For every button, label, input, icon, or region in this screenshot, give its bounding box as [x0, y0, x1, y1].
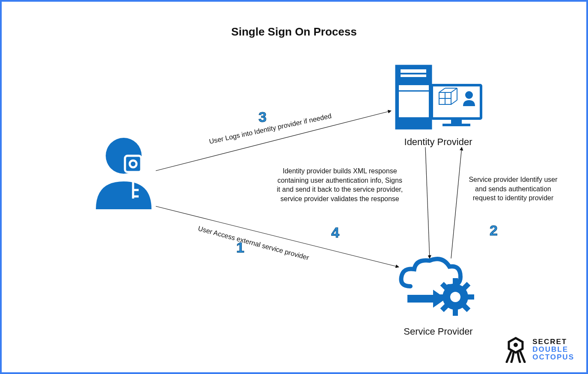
svg-rect-34 [467, 294, 474, 300]
brand-logo-text: SECRET DOUBLE OCTOPUS [532, 338, 574, 361]
svg-rect-12 [401, 74, 426, 77]
svg-point-26 [465, 91, 473, 99]
svg-line-2 [451, 147, 462, 258]
service-provider-cloud-icon [395, 256, 481, 325]
svg-rect-5 [125, 156, 141, 172]
step-4-number: 4 [331, 224, 339, 241]
svg-rect-27 [407, 295, 433, 303]
brand-logo: SECRET DOUBLE OCTOPUS [504, 336, 574, 363]
identity-provider-server-icon [391, 62, 485, 134]
svg-point-40 [514, 343, 518, 347]
svg-rect-33 [437, 294, 443, 300]
step-2-text: Service provider Identify user and sends… [466, 175, 560, 203]
brand-logo-line-3: OCTOPUS [532, 353, 574, 361]
step-2-number: 2 [490, 222, 498, 239]
brand-logo-line-1: SECRET [532, 338, 574, 346]
svg-rect-31 [453, 278, 458, 285]
identity-provider-label: Identity Provider [391, 137, 485, 148]
user-key-icon [87, 134, 160, 211]
step-3-number: 3 [258, 109, 267, 125]
svg-rect-32 [453, 309, 458, 316]
octopus-icon [504, 336, 527, 363]
step-4-text: Identity provider builds XML response co… [276, 166, 404, 203]
svg-rect-16 [451, 119, 462, 124]
svg-rect-17 [442, 124, 470, 126]
svg-line-3 [425, 147, 430, 258]
svg-rect-14 [399, 92, 429, 117]
service-provider-label: Service Provider [387, 326, 490, 337]
step-1-number: 1 [236, 239, 244, 256]
svg-rect-11 [401, 69, 426, 73]
diagram-frame: Single Sign On Process [0, 0, 588, 374]
brand-logo-line-2: DOUBLE [532, 346, 574, 353]
svg-rect-13 [399, 85, 429, 90]
svg-point-30 [450, 292, 460, 302]
svg-line-0 [156, 206, 399, 267]
